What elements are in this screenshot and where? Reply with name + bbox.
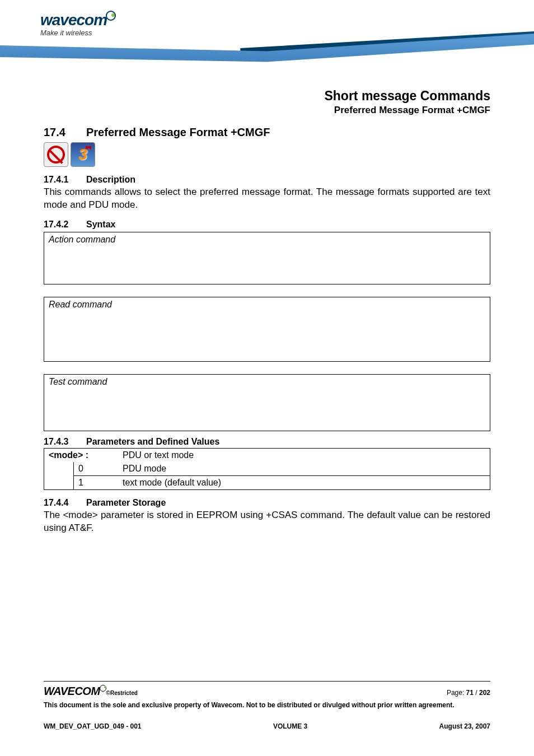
page-total: 202: [479, 689, 490, 697]
page-current: 71: [466, 689, 474, 697]
description-number: 17.4.1: [44, 175, 86, 185]
section-icons: 3: [44, 142, 490, 167]
footer-restricted: ©Restricted: [106, 690, 138, 696]
volume: VOLUME 3: [273, 722, 307, 730]
read-command-box: Read command: [44, 297, 490, 362]
footer-disclaimer: This document is the sole and exclusive …: [44, 701, 490, 710]
syntax-heading: 17.4.2Syntax: [44, 220, 490, 230]
storage-text: The <mode> parameter is stored in EEPROM…: [44, 509, 490, 535]
footer-top-row: WAVECOM©Restricted Page: 71 / 202: [44, 685, 490, 698]
syntax-number: 17.4.2: [44, 220, 86, 230]
storage-title: Parameter Storage: [86, 498, 166, 507]
param-value-0: 0: [73, 462, 118, 476]
param-name: <mode> :: [49, 450, 88, 460]
parameters-heading: 17.4.3Parameters and Defined Values: [44, 437, 490, 447]
read-command-label: Read command: [49, 300, 485, 310]
header-swoosh-graphic: [0, 34, 534, 73]
brand-name: wavecom: [40, 11, 107, 29]
action-command-label: Action command: [49, 235, 485, 245]
prohibit-icon: [44, 142, 68, 167]
param-value-1-desc: text mode (default value): [118, 476, 490, 489]
description-heading: 17.4.1Description: [44, 175, 490, 185]
param-desc: PDU or text mode: [118, 449, 490, 462]
section-title: Preferred Message Format +CMGF: [86, 126, 270, 138]
description-text: This commands allows to select the prefe…: [44, 186, 490, 212]
syntax-title: Syntax: [86, 220, 115, 229]
chapter-title: Short message Commands: [44, 88, 490, 104]
section-number: 17.4: [44, 126, 86, 139]
doc-date: August 23, 2007: [439, 722, 490, 730]
page-sep: /: [474, 689, 479, 697]
footer-logo-text: WAVECOM: [44, 685, 100, 697]
param-header-row: <mode> : PDU or text mode: [44, 448, 490, 462]
parameters-number: 17.4.3: [44, 437, 86, 447]
footer-bottom-row: WM_DEV_OAT_UGD_049 - 001 VOLUME 3 August…: [44, 722, 490, 730]
action-command-box: Action command: [44, 232, 490, 284]
three-flag-icon: 3: [71, 142, 95, 167]
param-value-1: 1: [73, 476, 118, 489]
table-row: 1 text mode (default value): [44, 476, 490, 490]
page-footer: WAVECOM©Restricted Page: 71 / 202 This d…: [44, 681, 490, 730]
test-command-label: Test command: [49, 377, 485, 387]
footer-logo-swirl-icon: [100, 685, 106, 692]
storage-number: 17.4.4: [44, 498, 86, 508]
chapter-heading-block: Short message Commands Preferred Message…: [44, 88, 490, 116]
brand-logo-block: wavecom Make it wireless: [40, 12, 116, 36]
table-row: 0 PDU mode: [44, 462, 490, 476]
param-value-0-desc: PDU mode: [118, 462, 490, 476]
parameters-title: Parameters and Defined Values: [86, 437, 219, 446]
logo-swirl-icon: [106, 11, 116, 21]
footer-divider: [44, 681, 490, 682]
page-number-block: Page: 71 / 202: [447, 689, 490, 697]
page-content: Short message Commands Preferred Message…: [0, 88, 534, 535]
section-subtitle: Preferred Message Format +CMGF: [44, 105, 490, 116]
doc-id: WM_DEV_OAT_UGD_049 - 001: [44, 722, 142, 730]
section-heading: 17.4Preferred Message Format +CMGF: [44, 126, 490, 139]
storage-heading: 17.4.4Parameter Storage: [44, 498, 490, 508]
page-header: wavecom Make it wireless: [0, 0, 534, 67]
description-title: Description: [86, 175, 135, 184]
footer-logo-block: WAVECOM©Restricted: [44, 685, 138, 698]
parameters-table: <mode> : PDU or text mode 0 PDU mode 1 t…: [44, 448, 490, 490]
page-label: Page:: [447, 689, 466, 697]
test-command-box: Test command: [44, 374, 490, 431]
swoosh-light: [0, 34, 534, 73]
